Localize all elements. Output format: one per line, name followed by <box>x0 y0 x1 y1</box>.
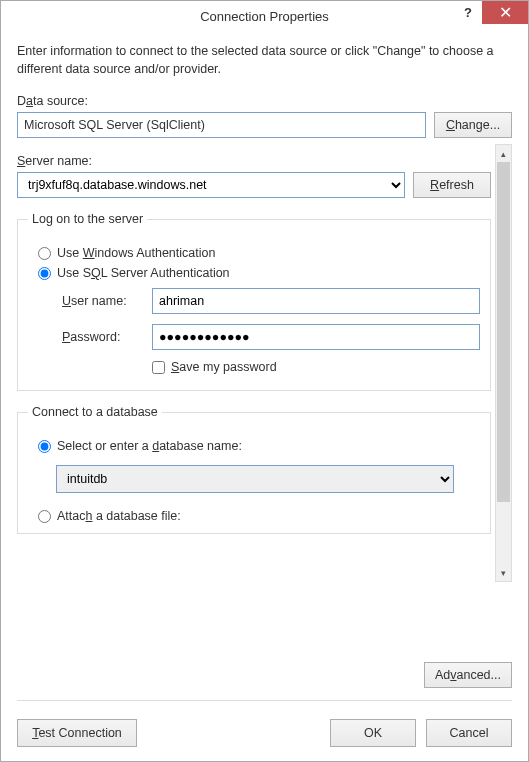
save-password-checkbox-input[interactable] <box>152 361 165 374</box>
server-name-label: Server name: <box>17 154 491 168</box>
username-input[interactable] <box>152 288 480 314</box>
logon-group: Log on to the server Use Windows Authent… <box>17 212 491 391</box>
cancel-button[interactable]: Cancel <box>426 719 512 747</box>
test-connection-button[interactable]: Test Connection <box>17 719 137 747</box>
scroll-up-icon[interactable]: ▴ <box>496 145 511 162</box>
change-button[interactable]: Change... <box>434 112 512 138</box>
select-db-radio-input[interactable] <box>38 440 51 453</box>
password-label: Password: <box>62 330 142 344</box>
intro-text: Enter information to connect to the sele… <box>17 43 512 78</box>
close-button[interactable]: ✕ <box>482 1 528 24</box>
select-db-radio[interactable]: Select or enter a database name: <box>38 439 480 453</box>
logon-legend: Log on to the server <box>28 212 147 226</box>
scroll-down-icon[interactable]: ▾ <box>496 564 511 581</box>
attach-db-radio[interactable]: Attach a database file: <box>38 509 480 523</box>
attach-db-radio-input[interactable] <box>38 510 51 523</box>
refresh-button[interactable]: Refresh <box>413 172 491 198</box>
database-name-combobox[interactable]: intuitdb <box>56 465 454 493</box>
save-password-checkbox[interactable]: Save my password <box>152 360 480 374</box>
dialog-content: Enter information to connect to the sele… <box>1 31 528 719</box>
help-button[interactable]: ? <box>454 1 482 24</box>
database-group: Connect to a database Select or enter a … <box>17 405 491 534</box>
dialog-footer: Test Connection OK Cancel <box>1 719 528 761</box>
scroll-thumb[interactable] <box>497 162 510 502</box>
windows-auth-radio[interactable]: Use Windows Authentication <box>38 246 480 260</box>
separator <box>17 700 512 701</box>
sql-auth-radio-input[interactable] <box>38 267 51 280</box>
advanced-button[interactable]: Advanced... <box>424 662 512 688</box>
data-source-field: Microsoft SQL Server (SqlClient) <box>17 112 426 138</box>
close-icon: ✕ <box>499 5 512 21</box>
database-legend: Connect to a database <box>28 405 162 419</box>
vertical-scrollbar[interactable]: ▴ ▾ <box>495 144 512 582</box>
data-source-label: Data source: <box>17 94 512 108</box>
username-label: User name: <box>62 294 142 308</box>
ok-button[interactable]: OK <box>330 719 416 747</box>
password-input[interactable] <box>152 324 480 350</box>
titlebar: Connection Properties ? ✕ <box>1 1 528 31</box>
windows-auth-radio-input[interactable] <box>38 247 51 260</box>
titlebar-controls: ? ✕ <box>454 1 528 31</box>
sql-auth-radio[interactable]: Use SQL Server Authentication <box>38 266 480 280</box>
server-name-combobox[interactable]: trj9xfuf8q.database.windows.net <box>17 172 405 198</box>
window-title: Connection Properties <box>200 9 329 24</box>
